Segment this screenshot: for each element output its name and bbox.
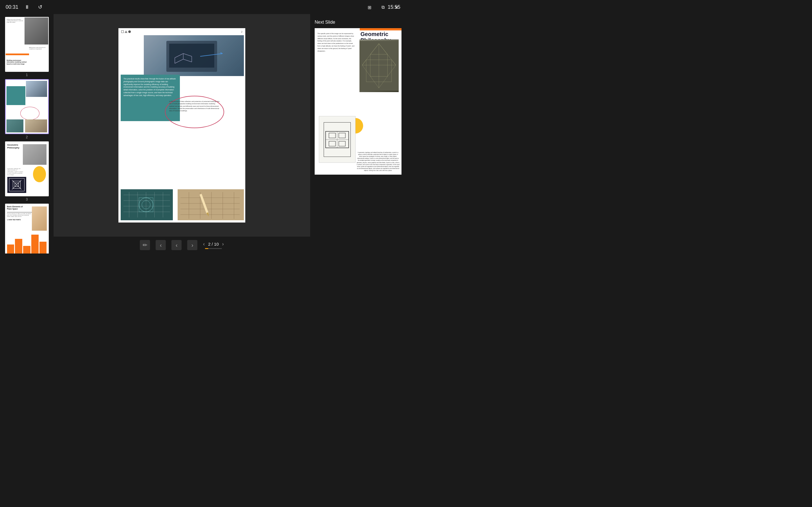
navigation-bar: ✏ ‹ ‹ › ‹ 2 / 10 › (54, 237, 310, 253)
header-icons (121, 31, 131, 33)
layout-button[interactable]: ⧉ (379, 3, 387, 11)
current-page: 2 (208, 242, 210, 246)
thumbnail-3[interactable]: GeometricPhilosophy In geometry, topolog… (3, 142, 51, 202)
thumb-img-2 (5, 79, 49, 134)
ns-left-text: The specific point of the image can be e… (317, 33, 356, 52)
refresh-button[interactable]: ↺ (36, 3, 44, 11)
right-panel: Next Slide Geometric Philosophy (310, 14, 406, 253)
thumb-num-1: 1 (26, 73, 28, 77)
next-page-button[interactable]: › (222, 241, 224, 247)
thumb-img-3: GeometricPhilosophy In geometry, topolog… (5, 142, 49, 196)
progress-fill (205, 248, 208, 249)
current-slide: 2 (118, 28, 245, 223)
slide-page-number: 2 (241, 31, 243, 33)
window-controls: ⊞ ⧉ ✕ (365, 3, 400, 11)
ns-orange-bar (360, 28, 402, 31)
square-icon (121, 31, 124, 33)
next-slide-preview: Geometric Philosophy (315, 28, 402, 175)
nav-prev-small[interactable]: ‹ (156, 240, 166, 250)
pause-button[interactable]: ⏸ (23, 3, 31, 11)
svg-rect-65 (329, 133, 336, 138)
ns-wireframe-photo (359, 40, 399, 92)
thumbnail-2[interactable]: 2 (3, 79, 51, 139)
thumb-img-4: Basic Elements ofPlane Space From the ex… (5, 204, 49, 253)
oval-annotation-text: In the process of data collection and pr… (167, 98, 222, 114)
thumb-num-3: 3 (26, 198, 28, 202)
nav-back[interactable]: ‹ (171, 240, 182, 250)
svg-rect-68 (339, 141, 345, 146)
close-button[interactable]: ✕ (393, 3, 400, 11)
total-pages: 10 (214, 242, 219, 246)
top-bar: 00:31 ⏸ ↺ 15:55 (0, 0, 406, 14)
svg-rect-67 (329, 141, 336, 146)
svg-rect-15 (121, 189, 173, 220)
thumb-num-2: 2 (26, 135, 28, 139)
circle-icon (128, 31, 131, 33)
page-info: 2 / 10 (208, 242, 219, 246)
ns-bottom-box (319, 116, 355, 163)
thumbnails-panel: Building environment information modelin… (0, 14, 54, 253)
slide-bottom-left-photo (121, 189, 173, 220)
elapsed-timer: 00:31 (6, 4, 18, 10)
thumb-img-1: Building environment information modelin… (5, 17, 49, 72)
thumbnail-1[interactable]: Building environment information modelin… (3, 17, 51, 77)
edit-button[interactable]: ✏ (140, 240, 150, 250)
playback-controls: 00:31 ⏸ ↺ (6, 3, 44, 11)
main-slide-area: 2 (54, 14, 310, 237)
triangle-icon (124, 31, 128, 33)
prev-page-button[interactable]: ‹ (203, 241, 205, 247)
grid-view-button[interactable]: ⊞ (365, 3, 373, 11)
svg-rect-40 (359, 41, 399, 91)
teal-box-text: The practical results show that: through… (123, 77, 177, 97)
nav-forward[interactable]: › (187, 240, 197, 250)
slide-top-photo (144, 35, 244, 76)
slide-header (121, 31, 131, 33)
thumbnail-4[interactable]: Basic Elements ofPlane Space From the ex… (3, 204, 51, 253)
ns-right-text: In geometry, topology, and related branc… (356, 152, 400, 172)
next-slide-label: Next Slide (315, 20, 402, 25)
slide-bottom-right-photo (177, 189, 244, 220)
progress-bar (205, 248, 222, 249)
svg-marker-14 (220, 52, 223, 54)
svg-rect-66 (339, 133, 345, 138)
